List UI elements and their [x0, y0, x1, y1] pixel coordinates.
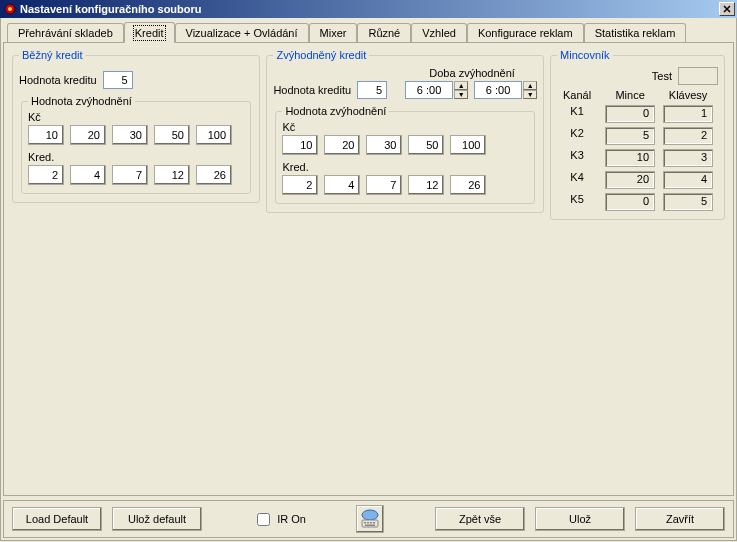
tab-ad-config[interactable]: Konfigurace reklam	[467, 23, 584, 42]
group-discount-bonus: Hodnota zvýhodnění Kč 10 20 30 50 100 Kr…	[275, 105, 535, 204]
group-normal-bonus-title: Hodnota zvýhodnění	[28, 95, 135, 107]
discount-value-input[interactable]	[357, 81, 387, 99]
coin-ch-1: K2	[557, 127, 597, 145]
close-window-button[interactable]	[719, 2, 735, 16]
keyboard-button[interactable]	[356, 505, 384, 533]
coin-mince-4[interactable]: 0	[605, 193, 655, 211]
tab-page-kredit: Běžný kredit Hodnota kreditu Hodnota zvý…	[3, 42, 734, 496]
coin-ch-3: K4	[557, 171, 597, 189]
normal-value-label: Hodnota kreditu	[19, 74, 97, 86]
tab-appearance[interactable]: Vzhled	[411, 23, 467, 42]
load-default-button[interactable]: Load Default	[12, 507, 102, 531]
discount-kc-4[interactable]: 100	[450, 135, 486, 155]
normal-kred-4[interactable]: 26	[196, 165, 232, 185]
coin-mince-2[interactable]: 10	[605, 149, 655, 167]
svg-point-2	[362, 510, 378, 520]
save-default-button[interactable]: Ulož default	[112, 507, 202, 531]
tab-strip: Přehrávání skladeb Kredit Vizualizace + …	[3, 20, 734, 42]
coin-header-mince: Mince	[605, 89, 655, 101]
spin-up-icon[interactable]: ▲	[454, 81, 468, 90]
app-icon	[3, 2, 17, 16]
discount-time-title: Doba zvýhodnění	[407, 67, 537, 79]
group-normal-bonus: Hodnota zvýhodnění Kč 10 20 30 50 100 Kr…	[21, 95, 251, 194]
spin-up-icon[interactable]: ▲	[523, 81, 537, 90]
group-coin: Mincovník Test Kanál Mince Klávesy K1 0 …	[550, 49, 725, 220]
normal-kc-4[interactable]: 100	[196, 125, 232, 145]
spin-down-icon[interactable]: ▼	[454, 90, 468, 99]
discount-kc-2[interactable]: 30	[366, 135, 402, 155]
ir-on-checkbox[interactable]: IR On	[253, 510, 306, 529]
normal-kc-label: Kč	[28, 111, 244, 123]
normal-kred-1[interactable]: 4	[70, 165, 106, 185]
discount-time-from[interactable]: ▲ ▼	[405, 81, 468, 99]
normal-kc-3[interactable]: 50	[154, 125, 190, 145]
normal-kred-label: Kred.	[28, 151, 244, 163]
keyboard-icon	[359, 509, 381, 529]
spin-down-icon[interactable]: ▼	[523, 90, 537, 99]
coin-ch-4: K5	[557, 193, 597, 211]
title-bar: Nastavení konfiguračního souboru	[0, 0, 737, 18]
coin-ch-2: K3	[557, 149, 597, 167]
coin-test-label: Test	[652, 70, 672, 82]
bottom-toolbar: Load Default Ulož default IR On Zpět vše…	[3, 500, 734, 538]
tab-ad-stats[interactable]: Statistika reklam	[584, 23, 687, 42]
normal-kc-1[interactable]: 20	[70, 125, 106, 145]
coin-ch-0: K1	[557, 105, 597, 123]
normal-value-input[interactable]	[103, 71, 133, 89]
discount-kc-1[interactable]: 20	[324, 135, 360, 155]
coin-header-kanal: Kanál	[557, 89, 597, 101]
discount-time-to[interactable]: ▲ ▼	[474, 81, 537, 99]
tab-playback[interactable]: Přehrávání skladeb	[7, 23, 124, 42]
discount-time-from-input[interactable]	[405, 81, 453, 99]
normal-kred-2[interactable]: 7	[112, 165, 148, 185]
save-button[interactable]: Ulož	[535, 507, 625, 531]
coin-test-display	[678, 67, 718, 85]
coin-klavesy-1[interactable]: 2	[663, 127, 713, 145]
discount-time-to-input[interactable]	[474, 81, 522, 99]
discount-kc-0[interactable]: 10	[282, 135, 318, 155]
coin-mince-0[interactable]: 0	[605, 105, 655, 123]
group-coin-title: Mincovník	[557, 49, 613, 61]
close-icon	[723, 5, 731, 13]
ir-on-label: IR On	[277, 513, 306, 525]
tab-visualisation[interactable]: Vizualizace + Ovládání	[175, 23, 309, 42]
coin-mince-1[interactable]: 5	[605, 127, 655, 145]
discount-kc-3[interactable]: 50	[408, 135, 444, 155]
discount-kred-3[interactable]: 12	[408, 175, 444, 195]
svg-point-1	[8, 7, 12, 11]
normal-kc-2[interactable]: 30	[112, 125, 148, 145]
close-button[interactable]: Zavřít	[635, 507, 725, 531]
discount-kc-label: Kč	[282, 121, 528, 133]
svg-rect-8	[365, 525, 375, 527]
ir-on-input[interactable]	[257, 513, 270, 526]
normal-kred-3[interactable]: 12	[154, 165, 190, 185]
discount-kred-4[interactable]: 26	[450, 175, 486, 195]
discount-kred-0[interactable]: 2	[282, 175, 318, 195]
tab-various[interactable]: Různé	[357, 23, 411, 42]
coin-klavesy-4[interactable]: 5	[663, 193, 713, 211]
svg-rect-6	[370, 522, 372, 524]
coin-klavesy-3[interactable]: 4	[663, 171, 713, 189]
group-normal-credit-title: Běžný kredit	[19, 49, 86, 61]
window-title: Nastavení konfiguračního souboru	[20, 3, 719, 15]
tab-kredit[interactable]: Kredit	[124, 22, 175, 43]
coin-klavesy-0[interactable]: 1	[663, 105, 713, 123]
group-normal-credit: Běžný kredit Hodnota kreditu Hodnota zvý…	[12, 49, 260, 203]
coin-header-klavesy: Klávesy	[663, 89, 713, 101]
svg-rect-7	[373, 522, 375, 524]
revert-button[interactable]: Zpět vše	[435, 507, 525, 531]
coin-klavesy-2[interactable]: 3	[663, 149, 713, 167]
coin-mince-3[interactable]: 20	[605, 171, 655, 189]
group-discount-credit: Zvýhodněný kredit Doba zvýhodnění Hodnot…	[266, 49, 544, 213]
svg-rect-5	[367, 522, 369, 524]
discount-kred-2[interactable]: 7	[366, 175, 402, 195]
group-discount-credit-title: Zvýhodněný kredit	[273, 49, 369, 61]
normal-kc-0[interactable]: 10	[28, 125, 64, 145]
normal-kred-0[interactable]: 2	[28, 165, 64, 185]
discount-kred-label: Kred.	[282, 161, 528, 173]
svg-rect-4	[364, 522, 366, 524]
discount-kred-1[interactable]: 4	[324, 175, 360, 195]
discount-value-label: Hodnota kreditu	[273, 84, 351, 96]
tab-mixer[interactable]: Mixer	[309, 23, 358, 42]
group-discount-bonus-title: Hodnota zvýhodnění	[282, 105, 389, 117]
